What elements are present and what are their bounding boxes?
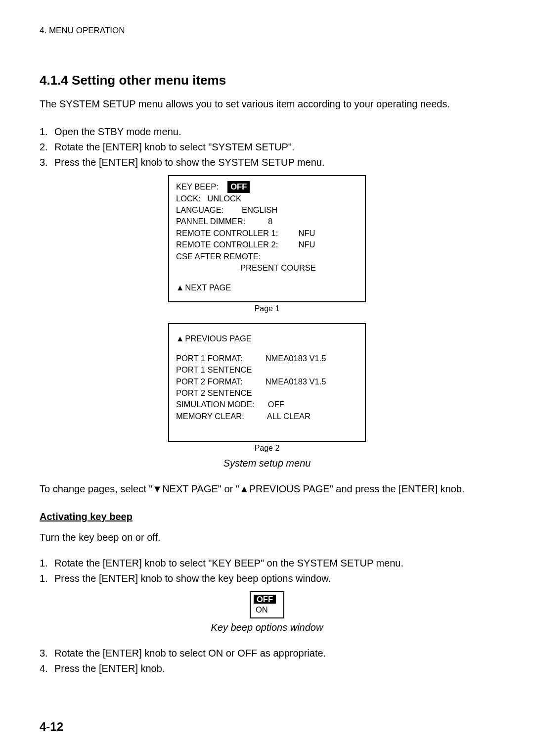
panel-label: PORT 1 FORMAT:	[176, 353, 266, 364]
intro-text: The SYSTEM SETUP menu allows you to set …	[40, 97, 494, 111]
previous-page-row: PREVIOUS PAGE	[176, 333, 358, 344]
panel-row: SIMULATION MODE: OFF	[176, 399, 358, 410]
panel-label: KEY BEEP:	[176, 181, 227, 192]
panel-label: LANGUAGE: ENGLISH	[176, 204, 277, 216]
step-number: 4.	[40, 662, 54, 675]
step-item: 1.Press the [ENTER] knob to show the key…	[40, 571, 494, 585]
panel-row: REMOTE CONTROLLER 1: NFU	[176, 228, 358, 239]
steps-list-3: 3.Rotate the [ENTER] knob to select ON o…	[40, 646, 494, 675]
figure-caption: System setup menu	[40, 456, 494, 470]
panel-row: PANNEL DIMMER: 8	[176, 216, 358, 227]
step-item: 1.Rotate the [ENTER] knob to select "KEY…	[40, 556, 494, 570]
step-number: 2.	[40, 140, 54, 154]
step-item: 3.Rotate the [ENTER] knob to select ON o…	[40, 646, 494, 660]
panel-label: REMOTE CONTROLLER 1: NFU	[176, 228, 315, 239]
panel-1-caption: Page 1	[40, 303, 494, 314]
key-beep-options-box: OFF ON	[250, 591, 284, 618]
panel-label: MEMORY CLEAR:	[176, 411, 267, 422]
panel-value: ALL CLEAR	[267, 411, 311, 422]
panel-row: REMOTE CONTROLLER 2: NFU	[176, 239, 358, 250]
step-number: 1.	[40, 571, 54, 585]
panel-label: PORT 2 SENTENCE	[176, 387, 252, 399]
step-number: 1.	[40, 556, 54, 570]
panel-value: NMEA0183 V1.5	[266, 376, 326, 387]
sub-text: Turn the key beep on or off.	[40, 530, 494, 544]
panel-label: PORT 1 SENTENCE	[176, 364, 252, 376]
panel-row: PORT 1 FORMAT: NMEA0183 V1.5	[176, 353, 358, 364]
panel-value: NMEA0183 V1.5	[266, 353, 326, 364]
step-item: 3.Press the [ENTER] knob to show the SYS…	[40, 155, 494, 169]
step-number: 3.	[40, 155, 54, 169]
panel-value: PRESENT COURSE	[176, 262, 316, 274]
panel-label: CSE AFTER REMOTE:	[176, 251, 261, 262]
next-page-row: NEXT PAGE	[176, 282, 358, 293]
section-heading: 4.1.4 Setting other menu items	[40, 71, 494, 89]
step-item: 1.Open the STBY mode menu.	[40, 125, 494, 139]
step-text: Press the [ENTER] knob to show the key b…	[54, 571, 331, 585]
steps-list-2: 1.Rotate the [ENTER] knob to select "KEY…	[40, 556, 494, 585]
panel-row: KEY BEEP: OFF	[176, 181, 358, 192]
system-setup-panel-1: KEY BEEP: OFFLOCK: UNLOCKLANGUAGE: ENGLI…	[168, 175, 366, 302]
panel-2-caption: Page 2	[40, 443, 494, 454]
panel-label: PANNEL DIMMER: 8	[176, 216, 272, 227]
step-text: Open the STBY mode menu.	[54, 125, 181, 139]
option-on: ON	[254, 605, 280, 615]
step-text: Rotate the [ENTER] knob to select "SYSTE…	[54, 140, 295, 154]
panel-label: LOCK: UNLOCK	[176, 193, 241, 204]
panel-row: PORT 2 FORMAT: NMEA0183 V1.5	[176, 376, 358, 387]
panel-row: PORT 1 SENTENCE	[176, 364, 358, 376]
step-number: 3.	[40, 646, 54, 660]
step-text: Rotate the [ENTER] knob to select "KEY B…	[54, 556, 403, 570]
step-item: 4.Press the [ENTER] knob.	[40, 662, 494, 675]
panel-label: SIMULATION MODE:	[176, 399, 268, 410]
panel-row: PRESENT COURSE	[176, 262, 358, 274]
triangle-up-icon	[176, 283, 185, 292]
steps-list-1: 1.Open the STBY mode menu.2.Rotate the […	[40, 125, 494, 169]
sub-heading-key-beep: Activating key beep	[40, 510, 494, 523]
triangle-up-icon	[176, 334, 185, 343]
option-off: OFF	[254, 594, 280, 605]
panel-row: MEMORY CLEAR: ALL CLEAR	[176, 411, 358, 422]
panel-value: OFF	[227, 181, 250, 192]
options-caption: Key beep options window	[40, 620, 494, 634]
panel-label: REMOTE CONTROLLER 2: NFU	[176, 239, 315, 250]
panel-value: OFF	[268, 399, 284, 410]
panel-label: PORT 2 FORMAT:	[176, 376, 266, 387]
panel-row: CSE AFTER REMOTE:	[176, 251, 358, 262]
change-pages-text: To change pages, select "▼NEXT PAGE" or …	[40, 482, 494, 496]
panel-row: LANGUAGE: ENGLISH	[176, 204, 358, 216]
step-number: 1.	[40, 125, 54, 139]
system-setup-panel-2: PREVIOUS PAGEPORT 1 FORMAT: NMEA0183 V1.…	[168, 323, 366, 442]
page-header: 4. MENU OPERATION	[40, 25, 494, 37]
page-number: 4-12	[40, 718, 63, 735]
panel-row: PORT 2 SENTENCE	[176, 387, 358, 399]
panel-row: LOCK: UNLOCK	[176, 193, 358, 204]
step-text: Press the [ENTER] knob to show the SYSTE…	[54, 155, 325, 169]
step-text: Press the [ENTER] knob.	[54, 662, 165, 675]
step-item: 2.Rotate the [ENTER] knob to select "SYS…	[40, 140, 494, 154]
step-text: Rotate the [ENTER] knob to select ON or …	[54, 646, 326, 660]
